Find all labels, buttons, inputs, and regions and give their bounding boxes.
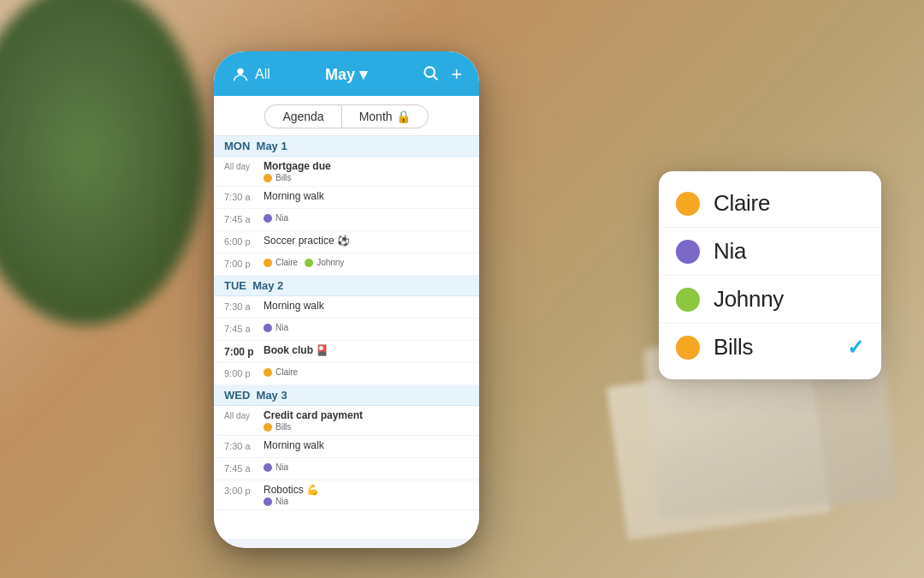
calendar-dot <box>264 214 272 223</box>
phone-header: All May ▾ + <box>214 51 479 96</box>
dropdown-item-bills[interactable]: Bills ✓ <box>659 324 881 371</box>
calendar-dot <box>264 463 272 472</box>
event-row[interactable]: 7:45 a Nia <box>214 458 479 480</box>
event-calendars: Nia <box>264 213 469 223</box>
event-time: 6:00 p <box>224 235 264 247</box>
svg-line-2 <box>434 75 438 80</box>
event-row[interactable]: 7:45 a Nia <box>214 209 479 231</box>
month-selector[interactable]: May ▾ <box>325 65 367 84</box>
day-label-mon: MON May 1 <box>224 140 287 152</box>
dropdown-item-johnny[interactable]: Johnny <box>659 276 881 324</box>
event-time: All day <box>224 409 264 420</box>
calendar-label: Claire <box>275 258 298 267</box>
event-time: 7:00 p <box>224 344 264 358</box>
dropdown-item-nia[interactable]: Nia <box>659 228 881 276</box>
user-selector[interactable]: All <box>231 65 270 84</box>
calendar-label: Claire <box>275 367 298 377</box>
event-details: Morning walk <box>264 300 469 312</box>
calendar-label: Nia <box>275 497 288 506</box>
event-row[interactable]: 7:30 a Morning walk <box>214 187 479 209</box>
event-details: Book club 🎴 <box>264 344 469 356</box>
johnny-color-dot <box>676 288 700 312</box>
day-label-wed: WED May 3 <box>224 389 287 402</box>
event-row[interactable]: 7:45 a Nia <box>214 319 479 341</box>
event-row[interactable]: 7:00 p Book club 🎴 <box>214 341 479 363</box>
event-calendars: Nia <box>264 323 469 332</box>
calendar-label: Nia <box>275 323 288 332</box>
calendar-dot <box>305 259 313 267</box>
checkmark-icon: ✓ <box>847 336 864 360</box>
event-details: Mortgage due Bills <box>264 160 469 182</box>
day-header-tue: TUE May 2 <box>214 276 479 296</box>
search-icon[interactable] <box>422 64 439 86</box>
event-time: 9:00 p <box>224 366 264 378</box>
event-row[interactable]: 3:00 p Robotics 💪 Nia <box>214 480 479 510</box>
event-title: Morning walk <box>264 439 469 451</box>
event-row[interactable]: 6:00 p Soccer practice ⚽ <box>214 231 479 253</box>
event-time: All day <box>224 160 264 171</box>
event-row[interactable]: 7:30 a Morning walk <box>214 436 479 458</box>
phone-frame: All May ▾ + Agenda Month 🔒 MON May 1 <box>214 51 479 548</box>
claire-color-dot <box>676 192 700 216</box>
event-title: Soccer practice ⚽ <box>264 235 469 247</box>
calendar-label: Bills <box>275 422 291 432</box>
calendar-dot <box>264 423 272 432</box>
agenda-view: MON May 1 All day Mortgage due Bills 7:3… <box>214 136 479 539</box>
calendar-dot <box>264 498 272 506</box>
event-row[interactable]: 7:00 p Claire Johnny <box>214 253 479 276</box>
svg-point-1 <box>424 67 435 77</box>
event-title: Credit card payment <box>264 409 469 421</box>
event-details: Nia <box>264 462 469 472</box>
calendar-dot <box>264 174 272 182</box>
event-time: 7:30 a <box>224 439 264 451</box>
event-time: 7:30 a <box>224 190 264 202</box>
event-calendars: Claire <box>264 367 469 377</box>
calendar-dot <box>264 324 272 332</box>
header-actions: + <box>422 63 462 86</box>
event-time: 7:45 a <box>224 212 264 224</box>
calendar-label: Nia <box>275 213 288 223</box>
event-calendars: Nia <box>264 497 469 506</box>
event-details: Nia <box>264 322 469 332</box>
view-toggle: Agenda Month 🔒 <box>214 96 479 136</box>
nia-color-dot <box>676 240 700 264</box>
event-title: Mortgage due <box>264 160 469 172</box>
event-row[interactable]: All day Mortgage due Bills <box>214 157 479 187</box>
event-time: 7:30 a <box>224 300 264 312</box>
calendar-label: Bills <box>275 173 291 182</box>
month-tab[interactable]: Month 🔒 <box>341 104 429 128</box>
event-title: Robotics 💪 <box>264 484 469 496</box>
person-icon <box>231 65 250 84</box>
bills-label: Bills <box>714 334 833 361</box>
lock-icon: 🔒 <box>396 110 411 123</box>
event-calendars: Nia <box>264 462 469 472</box>
calendar-dot <box>264 259 272 267</box>
event-details: Nia <box>264 212 469 223</box>
event-calendars: Bills <box>264 173 469 182</box>
calendar-dot <box>264 368 272 377</box>
event-details: Morning walk <box>264 190 469 202</box>
add-icon[interactable]: + <box>451 63 462 86</box>
event-row[interactable]: 9:00 p Claire <box>214 363 479 385</box>
month-label: May ▾ <box>325 66 367 83</box>
day-label-tue: TUE May 2 <box>224 279 283 292</box>
event-calendars: Bills <box>264 422 469 432</box>
day-header-wed: WED May 3 <box>214 385 479 406</box>
event-time: 7:45 a <box>224 462 264 474</box>
dropdown-item-claire[interactable]: Claire <box>659 180 881 228</box>
bills-color-dot <box>676 336 700 360</box>
event-details: Claire Johnny <box>264 257 469 267</box>
event-row[interactable]: 7:30 a Morning walk <box>214 296 479 319</box>
calendar-filter-dropdown: Claire Nia Johnny Bills ✓ <box>659 171 881 379</box>
event-details: Soccer practice ⚽ <box>264 235 469 247</box>
event-details: Morning walk <box>264 439 469 451</box>
event-row[interactable]: All day Credit card payment Bills <box>214 406 479 436</box>
agenda-tab[interactable]: Agenda <box>264 104 341 128</box>
event-title: Book club 🎴 <box>264 344 469 356</box>
event-calendars: Claire Johnny <box>264 258 469 267</box>
calendar-label: Nia <box>275 462 288 472</box>
event-title: Morning walk <box>264 300 469 312</box>
event-details: Claire <box>264 366 469 377</box>
day-header-mon: MON May 1 <box>214 136 479 157</box>
event-time: 3:00 p <box>224 484 264 496</box>
